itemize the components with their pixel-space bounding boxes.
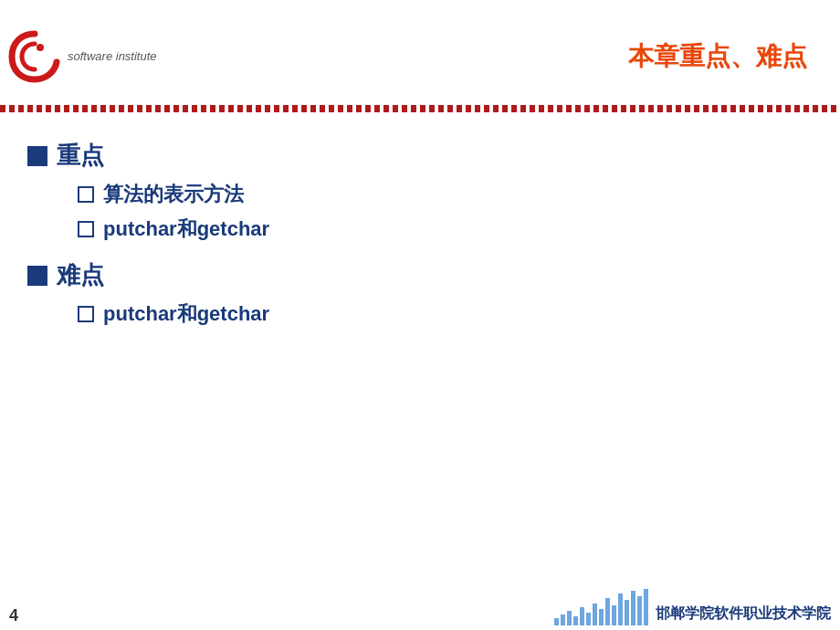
checkbox-putchar-2	[78, 306, 94, 322]
section-difficult-points: 难点 putchar和getchar	[27, 259, 803, 328]
sub-item-algorithm: 算法的表示方法	[78, 181, 803, 208]
separator-line	[0, 105, 840, 112]
bar-4	[573, 616, 578, 625]
bar-8	[599, 609, 604, 625]
bar-12	[625, 600, 629, 625]
footer: 4 邯郸学院软件职业技术学院	[0, 580, 840, 630]
section-difficult-points-header: 难点	[27, 259, 803, 291]
putchar-text-1: putchar和getchar	[103, 215, 269, 243]
checkbox-algorithm	[78, 186, 94, 203]
algorithm-text: 算法的表示方法	[103, 181, 244, 208]
main-content: 重点 算法的表示方法 putchar和getchar 难点 putchar和ge…	[0, 131, 840, 353]
bar-5	[580, 607, 584, 625]
bullet-square-2	[27, 266, 47, 286]
sub-item-putchar-2: putchar和getchar	[78, 300, 803, 328]
sub-item-putchar-1: putchar和getchar	[78, 215, 803, 243]
bullet-square-1	[27, 146, 47, 166]
bar-9	[605, 598, 610, 625]
bar-7	[593, 604, 597, 625]
school-name: 邯郸学院软件职业技术学院	[656, 604, 831, 625]
bar-2	[561, 614, 565, 625]
difficult-points-title: 难点	[57, 259, 104, 291]
logo-icon	[7, 29, 62, 84]
page-number: 4	[9, 606, 18, 625]
bar-11	[618, 593, 623, 625]
key-points-sub-items: 算法的表示方法 putchar和getchar	[27, 181, 803, 243]
section-key-points-header: 重点	[27, 140, 803, 172]
putchar-text-2: putchar和getchar	[103, 300, 269, 328]
checkbox-putchar-1	[78, 221, 94, 237]
svg-point-0	[37, 44, 44, 51]
footer-bars	[554, 589, 648, 625]
footer-logo: 邯郸学院软件职业技术学院	[554, 589, 831, 625]
bar-15	[644, 589, 648, 625]
difficult-points-sub-items: putchar和getchar	[27, 300, 803, 328]
institute-label: software institute	[68, 49, 157, 64]
chapter-title: 本章重点、难点	[628, 39, 825, 74]
key-points-title: 重点	[57, 140, 104, 172]
bar-1	[554, 618, 559, 625]
logo-area: software institute	[7, 29, 157, 84]
bar-10	[612, 605, 616, 625]
bar-14	[637, 596, 642, 625]
bar-13	[631, 591, 635, 625]
bar-6	[586, 613, 591, 625]
bar-3	[567, 611, 572, 625]
header: software institute 本章重点、难点	[0, 0, 840, 105]
section-key-points: 重点 算法的表示方法 putchar和getchar	[27, 140, 803, 243]
